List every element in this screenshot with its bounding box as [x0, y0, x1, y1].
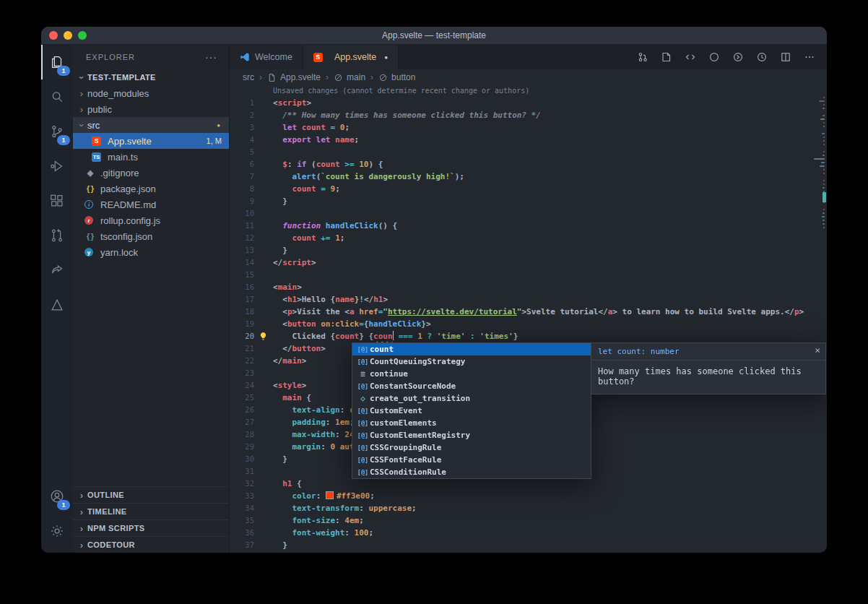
tab-welcome[interactable]: Welcome	[230, 45, 303, 69]
suggestion-customevent[interactable]: [@]CustomEvent	[352, 405, 591, 417]
line-number[interactable]: 11	[230, 220, 254, 232]
code-line[interactable]: 5	[230, 146, 827, 158]
run-circle-icon[interactable]	[708, 51, 720, 63]
code-line[interactable]: 13 }	[230, 244, 827, 256]
line-number[interactable]: 5	[230, 146, 254, 158]
code-line[interactable]: 15	[230, 269, 827, 281]
activity-source-control-icon[interactable]: 1	[41, 114, 73, 149]
activity-run-debug-icon[interactable]	[41, 149, 73, 184]
line-number[interactable]: 33	[230, 490, 254, 502]
suggestion-continue[interactable]: ≡continue	[352, 368, 591, 380]
code-line[interactable]: 20 Clicked {count} {coun === 1 ? 'time' …	[230, 330, 827, 342]
more-actions-icon[interactable]	[804, 51, 815, 63]
history-icon[interactable]	[756, 51, 768, 63]
code-line[interactable]: 37 }	[230, 539, 827, 551]
line-number[interactable]: 32	[230, 478, 254, 490]
line-number[interactable]: 8	[230, 183, 254, 195]
activity-search-icon[interactable]	[41, 79, 73, 114]
line-number[interactable]: 35	[230, 514, 254, 527]
breadcrumb-src[interactable]: src	[243, 72, 254, 82]
code-line[interactable]: 32 h1 {	[230, 478, 827, 490]
line-number[interactable]: 20	[230, 330, 254, 342]
breadcrumb-button[interactable]: button	[378, 72, 415, 82]
code-line[interactable]: 18 <p>Visit the <a href="https://svelte.…	[230, 306, 827, 318]
line-number[interactable]: 26	[230, 404, 254, 416]
line-number[interactable]: 2	[230, 109, 254, 121]
code-line[interactable]: 19 <button on:click={handleClick}>	[230, 318, 827, 330]
code-line[interactable]: 14</script>	[230, 256, 827, 269]
code-line[interactable]: 33 color: #ff3e00;	[230, 490, 827, 502]
code-line[interactable]: 11 function handleClick() {	[230, 220, 827, 232]
code-editor[interactable]: Unsaved changes (cannot determine recent…	[230, 85, 827, 553]
line-number[interactable]: 10	[230, 207, 254, 220]
code-line[interactable]: 7 alert(`count is dangerously high!`);	[230, 171, 827, 183]
line-number[interactable]: 25	[230, 392, 254, 404]
line-number[interactable]: 16	[230, 281, 254, 293]
line-number[interactable]: 4	[230, 134, 254, 146]
line-number[interactable]: 17	[230, 293, 254, 306]
code-line[interactable]: 16<main>	[230, 281, 827, 293]
line-number[interactable]: 3	[230, 121, 254, 134]
breadcrumb-main[interactable]: main	[334, 72, 365, 82]
close-icon[interactable]: ×	[815, 345, 820, 356]
close-button[interactable]	[49, 31, 58, 40]
code-line[interactable]: 9 }	[230, 195, 827, 207]
code-line[interactable]: 36 font-weight: 100;	[230, 527, 827, 539]
tree-item-rollup.config.js[interactable]: rrollup.config.js	[73, 212, 229, 228]
activity-github-pr-icon[interactable]	[41, 218, 73, 253]
code-line[interactable]: 17 <h1>Hello {name}!</h1>	[230, 293, 827, 306]
activity-azure-icon[interactable]	[41, 288, 73, 322]
code-line[interactable]: 3 let count = 0;	[230, 121, 827, 134]
line-number[interactable]: 31	[230, 465, 254, 478]
line-number[interactable]: 24	[230, 379, 254, 392]
tree-item-readme.md[interactable]: iREADME.md	[73, 197, 229, 212]
code-nav-icon[interactable]	[685, 51, 696, 63]
tree-item-package.json[interactable]: {}package.json	[73, 181, 229, 197]
line-number[interactable]: 19	[230, 318, 254, 330]
code-line[interactable]: 8 count = 9;	[230, 183, 827, 195]
line-number[interactable]: 37	[230, 539, 254, 551]
line-number[interactable]: 30	[230, 453, 254, 465]
line-number[interactable]: 22	[230, 355, 254, 367]
code-line[interactable]: 35 font-size: 4em;	[230, 514, 827, 527]
minimize-button[interactable]	[64, 31, 72, 40]
tree-item-tsconfig.json[interactable]: {}tsconfig.json	[73, 228, 229, 244]
line-number[interactable]: 36	[230, 527, 254, 539]
suggestion-cssgroupingrule[interactable]: [@]CSSGroupingRule	[352, 441, 591, 454]
activity-settings-icon[interactable]	[41, 514, 73, 548]
open-changes-icon[interactable]	[661, 51, 672, 63]
suggestion-cssfontfacerule[interactable]: [@]CSSFontFaceRule	[352, 454, 591, 466]
lightbulb-icon[interactable]	[259, 332, 268, 341]
activity-live-share-icon[interactable]	[41, 253, 73, 288]
tree-item-public[interactable]: ›public	[73, 101, 229, 117]
activity-accounts-icon[interactable]: 1	[41, 479, 73, 514]
line-number[interactable]: 21	[230, 342, 254, 355]
tree-item-app.svelte[interactable]: SApp.svelte1, M	[73, 133, 229, 149]
line-number[interactable]: 6	[230, 158, 254, 171]
activity-extensions-icon[interactable]	[41, 184, 73, 218]
line-number[interactable]: 29	[230, 441, 254, 453]
more-actions-icon[interactable]: ···	[205, 51, 217, 63]
suggestion-customelements[interactable]: [@]customElements	[352, 417, 591, 429]
line-number[interactable]: 1	[230, 97, 254, 109]
code-line[interactable]: 4 export let name;	[230, 134, 827, 146]
tree-item-yarn.lock[interactable]: yyarn.lock	[73, 244, 229, 260]
code-line[interactable]: 10	[230, 207, 827, 220]
suggestion-constantsourcenode[interactable]: [@]ConstantSourceNode	[352, 380, 591, 392]
line-number[interactable]: 12	[230, 232, 254, 244]
sync-icon[interactable]	[732, 51, 744, 63]
code-line[interactable]: 1<script>	[230, 97, 827, 109]
split-editor-icon[interactable]	[780, 51, 791, 63]
line-number[interactable]: 9	[230, 195, 254, 207]
breadcrumb-app-svelte[interactable]: App.svelte	[267, 72, 321, 82]
tree-item-node-modules[interactable]: ›node_modules	[73, 85, 229, 101]
code-line[interactable]: 2 /** How many times has someone clicked…	[230, 109, 827, 121]
suggestion-customelementregistry[interactable]: [@]CustomElementRegistry	[352, 429, 591, 441]
line-number[interactable]: 28	[230, 428, 254, 441]
line-number[interactable]: 34	[230, 502, 254, 514]
line-number[interactable]: 15	[230, 269, 254, 281]
code-line[interactable]: 6 $: if (count >= 10) {	[230, 158, 827, 171]
code-line[interactable]: 12 count += 1;	[230, 232, 827, 244]
tree-item-.gitignore[interactable]: ◆.gitignore	[73, 165, 229, 181]
suggestion-cssconditionrule[interactable]: [@]CSSConditionRule	[352, 466, 591, 478]
